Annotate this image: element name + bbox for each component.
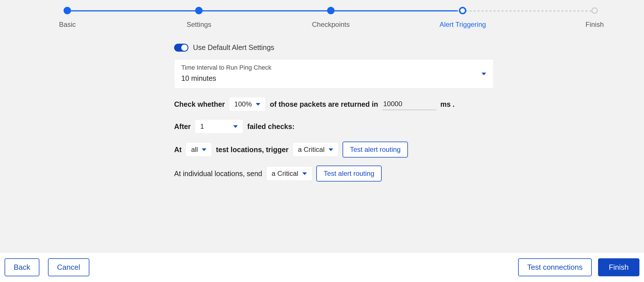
scope-select[interactable]: all — [186, 142, 212, 157]
track-completed — [67, 10, 458, 11]
label-text: test locations, trigger — [216, 146, 288, 154]
back-button[interactable]: Back — [5, 258, 39, 276]
label-text: At individual locations, send — [174, 170, 262, 178]
test-alert-routing-button[interactable]: Test alert routing — [343, 142, 408, 158]
default-settings-label: Use Default Alert Settings — [193, 43, 274, 52]
label-text: failed checks: — [247, 122, 294, 131]
percent-value: 100% — [234, 100, 252, 108]
ping-interval-label: Time Interval to Run Ping Check — [181, 64, 487, 71]
label-text: ms . — [440, 100, 455, 108]
step-basic[interactable]: Basic — [59, 7, 76, 29]
step-checkpoints[interactable]: Checkpoints — [312, 7, 350, 29]
chevron-down-icon — [233, 125, 238, 128]
test-alert-routing-button[interactable]: Test alert routing — [316, 166, 382, 182]
step-dot-icon — [591, 7, 598, 14]
ping-interval-select[interactable]: Time Interval to Run Ping Check 10 minut… — [174, 59, 494, 88]
ms-input[interactable] — [382, 98, 436, 110]
chevron-down-icon — [482, 72, 486, 75]
step-settings[interactable]: Settings — [187, 7, 212, 29]
step-dot-icon — [459, 7, 466, 14]
step-finish[interactable]: Finish — [585, 7, 604, 29]
at-locations-line: At all test locations, trigger a Critica… — [174, 142, 494, 158]
failed-count-value: 1 — [200, 122, 204, 130]
footer-bar: Back Cancel Test connections Finish — [0, 252, 644, 282]
step-label: Alert Triggering — [440, 21, 486, 29]
percent-select[interactable]: 100% — [229, 97, 266, 111]
check-whether-line: Check whether 100% of those packets are … — [174, 97, 494, 111]
failed-count-select[interactable]: 1 — [195, 119, 243, 134]
step-label: Basic — [59, 21, 76, 29]
severity-select[interactable]: a Critical — [293, 142, 339, 157]
severity-value: a Critical — [298, 146, 325, 154]
step-dot-icon — [195, 7, 203, 14]
chevron-down-icon — [202, 148, 206, 151]
severity-value: a Critical — [272, 170, 298, 178]
chevron-down-icon — [302, 172, 307, 175]
chevron-down-icon — [329, 148, 333, 151]
footer-left-group: Back Cancel — [5, 258, 89, 276]
individual-locations-line: At individual locations, send a Critical… — [174, 166, 494, 182]
step-alert-triggering[interactable]: Alert Triggering — [440, 7, 486, 29]
chevron-down-icon — [256, 103, 260, 106]
finish-button[interactable]: Finish — [598, 258, 639, 276]
label-text: After — [174, 122, 191, 131]
cancel-button[interactable]: Cancel — [48, 258, 89, 276]
label-text: At — [174, 146, 182, 154]
toggle-thumb-icon — [181, 45, 188, 51]
step-label: Checkpoints — [312, 21, 350, 29]
default-settings-row: Use Default Alert Settings — [174, 43, 494, 52]
step-dot-icon — [64, 7, 71, 14]
scope-value: all — [191, 146, 198, 154]
alert-triggering-form: Use Default Alert Settings Time Interval… — [174, 43, 494, 190]
test-connections-button[interactable]: Test connections — [518, 258, 592, 276]
ping-interval-value: 10 minutes — [181, 74, 487, 82]
individual-severity-select[interactable]: a Critical — [266, 166, 312, 181]
after-failed-line: After 1 failed checks: — [174, 119, 494, 134]
label-text: of those packets are returned in — [270, 100, 378, 108]
label-text: Check whether — [174, 100, 225, 108]
stepper: Basic Settings Checkpoints Alert Trigger… — [0, 0, 644, 34]
step-label: Settings — [187, 21, 212, 29]
step-label: Finish — [585, 21, 604, 29]
footer-right-group: Test connections Finish — [518, 258, 639, 276]
step-dot-icon — [327, 7, 335, 14]
default-settings-toggle[interactable] — [174, 44, 188, 52]
